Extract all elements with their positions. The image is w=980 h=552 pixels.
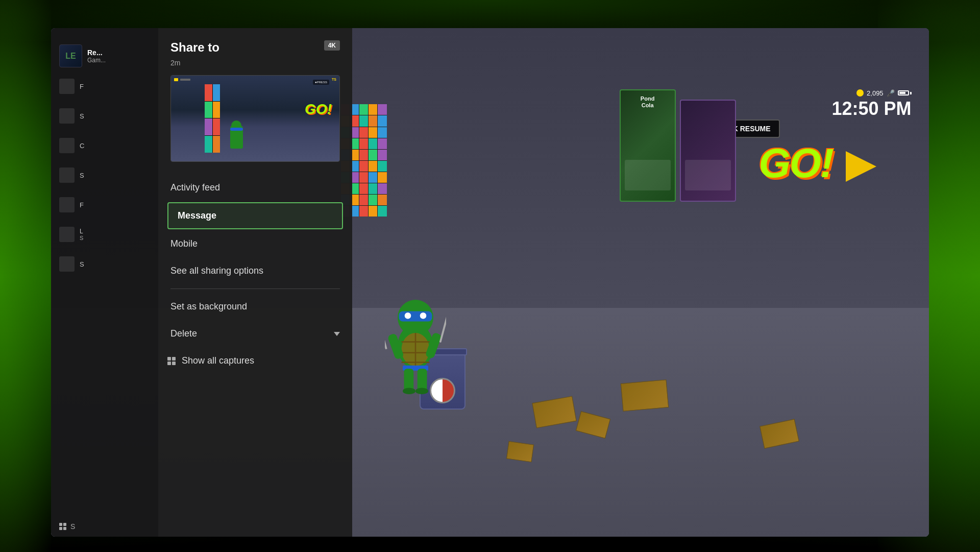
menu-divider-1 [170,289,340,289]
vending-machines-area: PondCola [620,89,736,202]
set-background-label: Set as background [170,301,247,312]
thumb-hud-ts: TS [332,78,336,81]
sidebar-item-5[interactable]: F [51,190,158,220]
sidebar-game-icon: LE [59,44,82,67]
clock-display: 12:50 PM [832,98,912,119]
menu-item-delete[interactable]: Delete [158,320,352,347]
sidebar-game-subtitle: Gam... [87,57,106,64]
hud-topright: 2,095 🎤 12:50 PM [832,89,912,119]
sidebar-bottom-label: S [70,522,75,531]
sidebar-item-6[interactable]: L S [51,220,158,249]
sidebar-game-title-text: Re... [87,49,106,57]
svg-point-16 [415,388,428,395]
battery-body [898,90,909,95]
grid-icon [59,523,66,530]
menu-item-show-all-captures[interactable]: Show all captures [158,347,352,374]
battery-icon [898,90,912,95]
sidebar-label-s2: S [80,172,84,179]
svg-rect-14 [417,369,427,391]
thumb-bg [171,76,339,161]
battery-tip [910,92,912,94]
see-all-label: See all sharing options [170,266,263,276]
thumb-hud-el1 [174,78,178,81]
svg-rect-2 [399,311,432,322]
sidebar-icon-1 [59,79,75,94]
thumb-go-text: GO! [305,101,332,117]
thumb-hud: TS [174,78,336,81]
battery-fill [899,92,905,94]
sidebar-item-3[interactable]: C [51,131,158,160]
vending-label-1: PondCola [623,95,672,109]
delete-label: Delete [170,328,197,339]
sidebar-icon-2 [59,108,75,124]
thumb-press-indicator: ●PRESS [313,80,329,85]
vending-machine-2 [680,100,736,202]
cardboard-3 [621,379,669,412]
captures-grid-icon [167,357,176,365]
sidebar-label-c: C [80,142,84,150]
mobile-label: Mobile [170,238,198,249]
cardboard-4 [506,441,534,462]
sidebar-game-info: Re... Gam... [87,49,106,64]
sidebar-icon-4 [59,167,75,183]
thumb-mask [230,128,243,131]
thumb-character [230,126,243,149]
thumb-color-wall [205,84,220,153]
svg-rect-19 [385,312,387,349]
svg-point-5 [406,314,410,318]
activity-feed-label: Activity feed [170,182,220,193]
sidebar: LE Re... Gam... F S C [51,28,158,537]
coin-amount: 2,095 [867,89,884,97]
sidebar-label-f1: F [80,83,84,90]
go-label: GO! [758,140,832,186]
share-to-panel: Share to 4K 2m [158,28,352,537]
sidebar-label-ls: L S [80,228,83,241]
share-panel-subtitle: 2m [158,59,352,75]
go-text: GO! [758,140,876,187]
sidebar-header: LE Re... Gam... [51,38,158,71]
tmnt-character [385,292,446,394]
share-panel-header: Share to 4K [158,40,352,59]
share-panel-badge: 4K [324,40,340,51]
share-panel-title-group: Share to [170,40,219,55]
share-menu-list: Activity feed Message Mobile See all sha… [158,170,352,537]
menu-item-activity-feed[interactable]: Activity feed [158,174,352,201]
svg-point-15 [403,388,415,395]
monitor-frame: GO! QUICK RESUME 2,095 🎤 12:50 [51,28,929,537]
sidebar-icon-7 [59,256,75,272]
menu-item-message[interactable]: Message [167,202,343,229]
sidebar-icon-5 [59,197,75,212]
menu-item-mobile[interactable]: Mobile [158,230,352,257]
green-glow-left [0,0,51,552]
sidebar-item-4[interactable]: S [51,160,158,190]
svg-rect-13 [404,369,413,391]
sidebar-item-7[interactable]: S [51,249,158,279]
sidebar-label-s3: S [80,260,84,268]
sidebar-game-letter: LE [65,52,76,61]
sidebar-icon-6 [59,227,75,242]
chevron-down-icon [334,332,340,336]
coin-counter: 2,095 🎤 [832,89,912,97]
sidebar-item-2[interactable]: S [51,101,158,131]
menu-item-set-background[interactable]: Set as background [158,293,352,320]
screenshot-thumbnail[interactable]: GO! TS ●PRESS [170,75,340,162]
vending-machine-1: PondCola [620,89,676,202]
show-all-captures-label: Show all captures [182,355,254,366]
sidebar-icon-3 [59,138,75,153]
sidebar-label-f2: F [80,201,84,209]
share-panel-title: Share to [170,40,219,55]
sidebar-game-entry[interactable]: LE Re... Gam... [59,44,150,67]
message-label: Message [178,210,216,221]
coin-icon [856,89,864,97]
sidebar-bottom[interactable]: S [51,516,158,537]
sidebar-nav: F S C S F L S [51,71,158,516]
mic-slash-icon: 🎤 [887,89,895,97]
svg-point-6 [421,314,425,318]
thumb-hud-el2 [180,79,190,81]
sidebar-item-1[interactable]: F [51,71,158,101]
sidebar-label-s1: S [80,112,84,120]
thumb-inner: GO! TS ●PRESS [171,76,339,161]
show-captures-row: Show all captures [167,355,254,366]
menu-item-see-all[interactable]: See all sharing options [158,257,352,284]
